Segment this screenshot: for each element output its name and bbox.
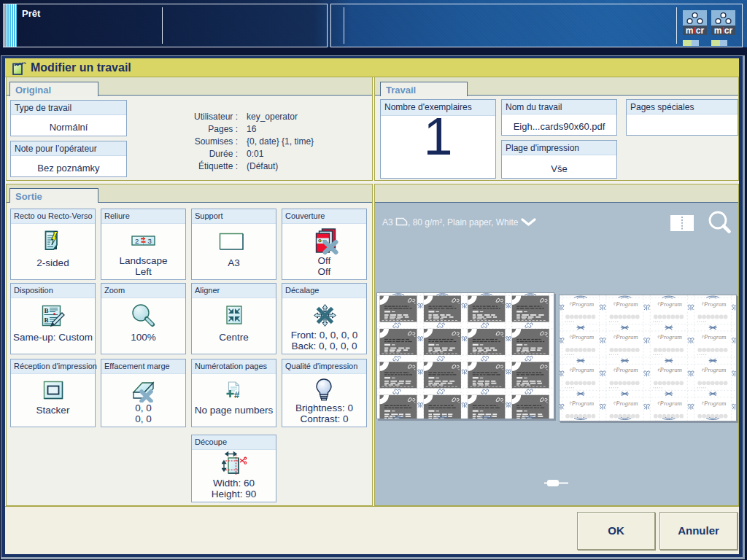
svg-text:Program: Program <box>615 300 638 308</box>
svg-text:Program: Program <box>571 333 594 341</box>
svg-text:Program: Program <box>659 333 682 341</box>
svg-text:3: 3 <box>148 237 152 245</box>
svg-text:B: B <box>44 316 49 324</box>
svg-text:micr: micr <box>686 26 705 35</box>
svg-text:Program: Program <box>659 366 682 373</box>
svg-text:Program: Program <box>615 366 638 373</box>
svg-text:2: 2 <box>135 237 139 245</box>
svg-text:Program: Program <box>571 300 594 308</box>
svg-text:micr: micr <box>714 26 733 35</box>
svg-text:Program: Program <box>659 400 682 407</box>
svg-text:Program: Program <box>703 366 726 373</box>
svg-text:Program: Program <box>571 400 594 407</box>
svg-text:Program: Program <box>615 400 638 407</box>
svg-text:Program: Program <box>571 366 594 373</box>
svg-text:Program: Program <box>703 333 726 341</box>
svg-text:Program: Program <box>703 300 726 308</box>
svg-text:Program: Program <box>659 300 682 308</box>
svg-text:Program: Program <box>703 400 726 407</box>
svg-text:Program: Program <box>615 333 638 341</box>
svg-text:#: # <box>234 389 240 399</box>
svg-text:B: B <box>44 307 49 314</box>
